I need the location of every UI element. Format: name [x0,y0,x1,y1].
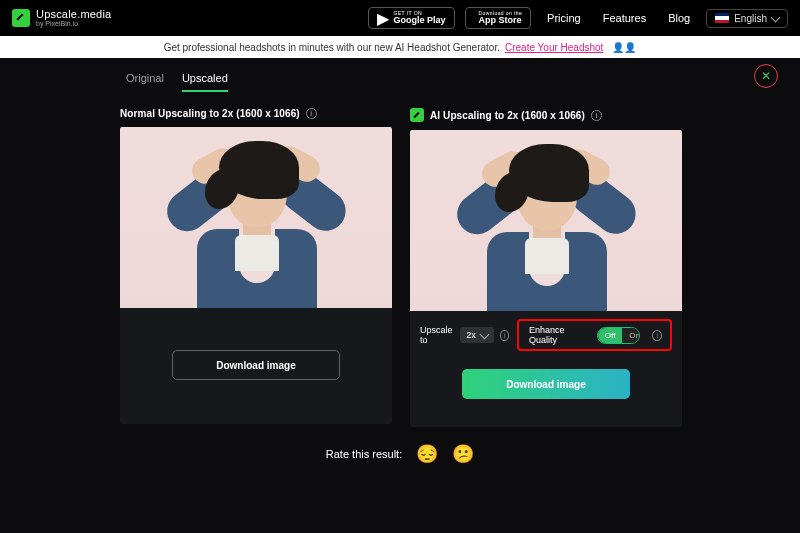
download-ai-button[interactable]: Download image [462,369,630,399]
app-store-big: App Store [479,16,523,25]
rate-row: Rate this result: 😔 😕 [120,443,680,465]
google-play-icon: ▶ [377,9,389,28]
top-bar: Upscale.media by PixelBin.io ▶ GET IT ON… [0,0,800,36]
upscale-to-label: Upscale to [420,325,454,345]
flag-uk-icon [715,13,729,23]
preview-normal [120,127,392,308]
chevron-down-icon [771,12,781,22]
panel-normal-title: Normal Upscaling to 2x (1600 x 1066) [120,108,300,119]
tab-upscaled[interactable]: Upscaled [182,72,228,92]
upscale-to-control: Upscale to 2x i [420,325,509,345]
enhance-quality-highlight: Enhance Quality Off On i [517,319,672,351]
language-selector[interactable]: English [706,9,788,28]
panel-ai: AI Upscaling to 2x (1600 x 1066) i Upsca… [410,108,682,427]
nav-pricing[interactable]: Pricing [541,12,587,24]
ai-logo-icon [410,108,424,122]
brand-subtitle: by PixelBin.io [36,20,111,27]
rate-label: Rate this result: [326,448,402,460]
panel-normal-controls: Download image [120,308,392,424]
content-area: ✕ Original Upscaled Normal Upscaling to … [0,58,800,465]
promo-link[interactable]: Create Your Headshot [505,42,603,53]
upscale-value: 2x [466,330,476,340]
brand-logo-icon [12,9,30,27]
rate-sad-button[interactable]: 😔 [416,443,438,465]
brand[interactable]: Upscale.media by PixelBin.io [12,9,111,27]
preview-ai [410,130,682,311]
tabs: Original Upscaled [120,72,680,92]
promo-avatars-icon: 👤👤 [612,42,636,53]
close-icon: ✕ [761,69,771,83]
panel-normal: Normal Upscaling to 2x (1600 x 1066) i D… [120,108,392,427]
rate-neutral-button[interactable]: 😕 [452,443,474,465]
language-label: English [734,13,767,24]
google-play-badge[interactable]: ▶ GET IT ON Google Play [368,7,455,29]
info-icon[interactable]: i [500,330,509,341]
google-play-big: Google Play [394,16,446,25]
nav-blog[interactable]: Blog [662,12,696,24]
toggle-on: On [622,328,640,343]
panel-ai-title: AI Upscaling to 2x (1600 x 1066) [430,110,585,121]
info-icon[interactable]: i [652,330,662,341]
enhance-quality-label: Enhance Quality [529,325,585,345]
info-icon[interactable]: i [306,108,317,119]
close-button[interactable]: ✕ [754,64,778,88]
brand-title: Upscale.media [36,9,111,20]
tab-original[interactable]: Original [126,72,164,92]
app-store-badge[interactable]: Download on the App Store [465,7,532,29]
enhance-quality-toggle[interactable]: Off On [597,327,641,344]
chevron-down-icon [479,329,489,339]
panel-ai-controls: Upscale to 2x i Enhance Quality Off On [410,311,682,427]
download-normal-button[interactable]: Download image [172,350,340,380]
upscale-select[interactable]: 2x [460,327,494,343]
promo-text: Get professional headshots in minutes wi… [164,42,500,53]
nav-features[interactable]: Features [597,12,652,24]
info-icon[interactable]: i [591,110,602,121]
toggle-off: Off [598,328,623,343]
promo-bar: Get professional headshots in minutes wi… [0,36,800,58]
